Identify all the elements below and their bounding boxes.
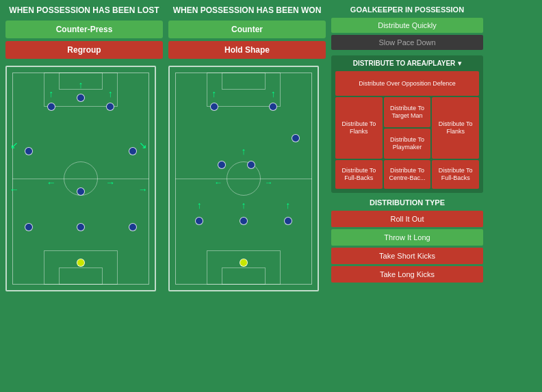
goalkeeper [240, 259, 248, 267]
arrow: → [105, 178, 115, 187]
arrow: ← [214, 179, 222, 187]
dist-over-opposition[interactable]: Distribute Over Opposition Defence [335, 71, 479, 96]
player [106, 103, 114, 111]
player [195, 217, 203, 225]
arrow: ← [10, 185, 19, 194]
player [77, 187, 85, 196]
dist-grid: Distribute Over Opposition Defence Distr… [335, 71, 479, 189]
player [77, 223, 85, 231]
arrow: ↘ [139, 140, 147, 150]
hold-shape-button[interactable]: Hold Shape [168, 41, 326, 59]
arrow: ↑ [197, 200, 202, 210]
slow-pace-down-button[interactable]: Slow Pace Down [331, 35, 483, 50]
player [247, 161, 255, 169]
dist-to-flanks-left[interactable]: Distribute To Flanks [335, 97, 383, 159]
arrow: ↙ [10, 140, 18, 150]
mid-title: WHEN POSSESSION HAS BEEN WON [168, 5, 326, 16]
arrow: ↑ [108, 89, 113, 99]
distribute-quickly-button[interactable]: Distribute Quickly [331, 18, 483, 33]
arrow: ↑ [242, 146, 246, 156]
arrow: ← [47, 178, 56, 187]
counter-button[interactable]: Counter [168, 21, 326, 38]
mid-panel: WHEN POSSESSION HAS BEEN WON Counter Hol… [168, 5, 326, 387]
player [25, 147, 33, 155]
player [77, 94, 85, 102]
dist-to-target-man[interactable]: Distribute To Target Man [384, 97, 431, 127]
dist-full-backs-right[interactable]: Distribute To Full-Backs [432, 160, 479, 189]
arrow: ↑ [271, 89, 276, 99]
player [218, 161, 226, 169]
roll-it-out-button[interactable]: Roll It Out [331, 211, 483, 227]
gk-section-title: GOALKEEPER IN POSSESSION [331, 5, 483, 14]
distribute-title: DISTRIBUTE TO AREA/PLAYER [353, 60, 456, 67]
right-panel: GOALKEEPER IN POSSESSION Distribute Quic… [331, 5, 483, 387]
arrow: ↑ [242, 200, 246, 210]
left-field-container: ↑ ↑ ↑ ↙ ↘ ← → ← → [5, 66, 163, 387]
mid-field: ↑ ↑ ↑ ↑ ↑ ↑ ← → [168, 66, 319, 291]
arrow: → [138, 185, 148, 194]
dist-center-col: Distribute To Target Man Distribute To P… [384, 97, 431, 159]
dist-to-flanks-right[interactable]: Distribute To Flanks [432, 97, 479, 159]
left-field: ↑ ↑ ↑ ↙ ↘ ← → ← → [5, 66, 156, 291]
player [25, 223, 33, 231]
gk-buttons: Distribute Quickly Slow Pace Down [331, 18, 483, 50]
chevron-down-icon[interactable]: ▾ [458, 60, 461, 67]
distribute-header: DISTRIBUTE TO AREA/PLAYER ▾ [335, 60, 479, 67]
arrow: → [265, 179, 273, 187]
mid-field-container: ↑ ↑ ↑ ↑ ↑ ↑ ← → [168, 66, 326, 387]
left-panel: WHEN POSSESSION HAS BEEN LOST Counter-Pr… [5, 5, 163, 387]
goalkeeper [77, 259, 85, 267]
player [292, 134, 300, 142]
arrow: ↑ [49, 89, 53, 99]
regroup-button[interactable]: Regroup [5, 41, 163, 59]
take-short-kicks-button[interactable]: Take Short Kicks [331, 248, 483, 264]
throw-it-long-button[interactable]: Throw It Long [331, 229, 483, 246]
dist-to-playmaker[interactable]: Distribute To Playmaker [384, 129, 431, 159]
player [210, 103, 218, 111]
arrow: ↑ [211, 89, 216, 99]
arrow: ↑ [285, 200, 290, 210]
dist-type-section: Roll It Out Throw It Long Take Short Kic… [331, 211, 483, 283]
player [129, 223, 137, 231]
player [284, 217, 292, 225]
dist-full-backs-left[interactable]: Distribute To Full-Backs [335, 160, 383, 189]
player [47, 103, 55, 111]
dist-centre-backs[interactable]: Distribute To Centre-Bac... [384, 160, 431, 189]
take-long-kicks-button[interactable]: Take Long Kicks [331, 266, 483, 283]
player [240, 217, 248, 225]
player [129, 147, 137, 155]
player [269, 103, 277, 111]
counter-press-button[interactable]: Counter-Press [5, 21, 163, 38]
distribute-section: DISTRIBUTE TO AREA/PLAYER ▾ Distribute O… [331, 55, 483, 193]
dist-type-title: DISTRIBUTION TYPE [331, 198, 483, 207]
left-title: WHEN POSSESSION HAS BEEN LOST [5, 5, 163, 16]
arrow: ↑ [79, 80, 83, 90]
